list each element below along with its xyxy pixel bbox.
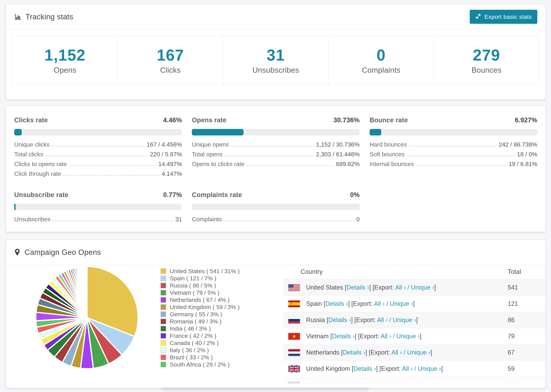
details-link[interactable]: Details › (353, 365, 376, 372)
dotted-leader (69, 165, 156, 166)
summary-stat-complaints: 0 Complaints (329, 36, 434, 84)
details-link[interactable]: Details › (325, 300, 348, 307)
rate-detail-row: Total opens 2,303 / 61.446% (192, 148, 360, 158)
dotted-leader (45, 156, 148, 156)
rate-section: Bounce rate 6.927% Hard bounces 242 / 86… (370, 117, 537, 177)
punct: [ (324, 300, 325, 307)
legend-color-swatch (160, 268, 166, 274)
rate-detail-value: 220 / 5.87% (150, 151, 182, 158)
punct: ] [ (357, 381, 363, 388)
legend-label: Netherlands ( 67 / 4% ) (170, 297, 230, 303)
rate-section: Complaints rate 0% Complaints 0 (192, 191, 360, 223)
rate-progress-bar (14, 129, 182, 135)
details-link[interactable]: Details › (343, 349, 365, 356)
punct: ] (441, 365, 443, 372)
legend-color-swatch (160, 283, 166, 288)
rate-section: Clicks rate 4.46% Unique clicks 167 / 4.… (14, 117, 182, 177)
export-all-link[interactable]: All › (374, 300, 384, 307)
legend-item: Romania ( 49 / 3% ) (160, 318, 240, 325)
legend-color-swatch (160, 347, 166, 353)
export-all-link[interactable]: All › (381, 333, 391, 340)
slash: / (402, 349, 407, 356)
legend-label: Spain ( 121 / 7% ) (170, 275, 216, 282)
rate-detail-label: Complaints (192, 216, 222, 223)
legend-color-swatch (160, 362, 166, 368)
export-unique-link[interactable]: Unique › (407, 349, 430, 356)
legend-item: Italy ( 36 / 2% ) (160, 347, 240, 354)
country-total: 67 (508, 349, 515, 356)
export-unique-link[interactable]: Unique › (418, 365, 441, 372)
dotted-leader (409, 146, 497, 147)
export-unique-link[interactable]: Unique › (411, 284, 434, 291)
details-link[interactable]: Details › (335, 381, 357, 388)
export-all-link[interactable]: All › (395, 284, 406, 291)
rate-percent: 4.46% (163, 117, 182, 124)
details-link[interactable]: Details › (332, 333, 354, 340)
export-unique-link[interactable]: Unique › (399, 381, 423, 388)
rate-title: Unsubscribe rate (14, 191, 68, 199)
export-all-link[interactable]: All › (402, 365, 413, 372)
export-all-link[interactable]: All › (391, 349, 402, 356)
dotted-leader (225, 156, 314, 156)
rate-detail-label: Opens to clicks rate (192, 161, 244, 168)
punct: [ (330, 333, 332, 340)
rate-title: Bounce rate (370, 117, 408, 124)
summary-stats-row: 1,152 Opens167 Clicks31 Unsubscribes0 Co… (12, 36, 539, 85)
details-link[interactable]: Details › (346, 284, 369, 291)
summary-stat-unsubscribes: 31 Unsubscribes (223, 36, 329, 84)
country-name: United Kingdom (306, 365, 350, 372)
legend-color-swatch (160, 275, 166, 281)
legend-item: Vietnam ( 79 / 5% ) (160, 289, 240, 296)
punct: ] (434, 284, 436, 291)
geo-table-row: Netherlands [Details ›] [Export: All › /… (283, 344, 546, 361)
legend-color-swatch (160, 318, 166, 324)
punct: ] (413, 300, 415, 307)
details-link[interactable]: Details › (328, 316, 351, 323)
legend-label: Brazil ( 33 / 2% ) (170, 354, 213, 361)
rate-detail-value: 1,152 / 30.736% (316, 141, 360, 148)
rate-detail-label: Unique opens (192, 141, 229, 148)
legend-color-swatch (160, 290, 166, 296)
export-unique-link[interactable]: Unique › (393, 316, 416, 323)
dotted-leader (51, 146, 145, 147)
rate-detail-label: Total opens (192, 151, 222, 158)
legend-label: Canada ( 40 / 2% ) (170, 340, 219, 346)
export-all-link[interactable]: All › (377, 316, 388, 323)
rate-progress-fill (14, 204, 15, 210)
export-prefix: Export: (363, 381, 383, 388)
rate-progress-bar (14, 204, 182, 210)
country-flag-es (288, 301, 300, 307)
summary-stat-opens: 1,152 Opens (13, 36, 118, 84)
legend-item: Canada ( 40 / 2% ) (160, 339, 240, 347)
export-basic-stats-button[interactable]: Export basic stats (470, 10, 537, 24)
legend-item: Spain ( 121 / 7% ) (160, 275, 240, 282)
rate-detail-row: Unique clicks 167 / 4.456% (14, 138, 182, 148)
geo-table-row: Vietnam [Details ›] [Export: All › / Uni… (283, 328, 546, 344)
rate-title: Complaints rate (192, 191, 242, 199)
export-unique-link[interactable]: Unique › (396, 333, 420, 340)
punct: ] (416, 316, 418, 323)
geo-header: Campaign Geo Opens (6, 240, 545, 265)
rate-detail-row: Unique opens 1,152 / 30.736% (192, 138, 360, 148)
legend-color-swatch (160, 297, 166, 303)
legend-color-swatch (160, 311, 166, 317)
bar-chart-icon (14, 13, 21, 20)
column-header-country: Country (301, 268, 323, 275)
punct: [ (341, 349, 343, 356)
country-total: 86 (508, 316, 515, 324)
geo-table-row: United States [Details ›] [Export: All ›… (283, 280, 546, 296)
legend-color-swatch (160, 304, 166, 310)
geo-table-row: Spain [Details ›] [Export: All › / Uniqu… (283, 296, 546, 312)
geo-table: Country Total United States [Details ›] … (283, 264, 546, 388)
geo-table-row: Russia [Details ›] [Export: All › / Uniq… (283, 312, 546, 328)
geo-legend: United States ( 541 / 31% ) Spain ( 121 … (160, 267, 240, 368)
export-all-link[interactable]: All › (383, 381, 394, 388)
country-flag-de (288, 382, 300, 388)
rate-detail-value: 19 / 6.81% (509, 161, 537, 168)
export-unique-link[interactable]: Unique › (390, 300, 413, 307)
punct: ] (423, 381, 424, 388)
export-prefix: Export: (374, 284, 395, 291)
legend-color-swatch (160, 354, 166, 360)
legend-item: France ( 42 / 2% ) (160, 332, 240, 339)
export-prefix: Export: (353, 300, 374, 307)
